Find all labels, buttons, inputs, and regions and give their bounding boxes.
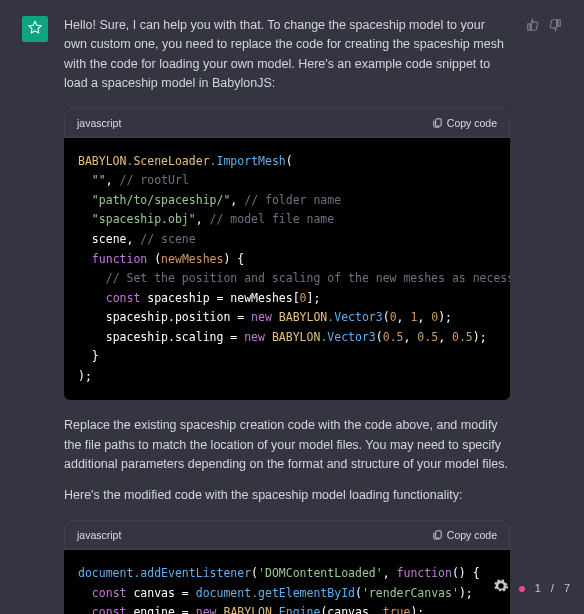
mid-text-1: Replace the existing spaceship creation … <box>64 416 510 474</box>
svg-rect-0 <box>435 119 441 126</box>
clipboard-icon <box>432 117 443 128</box>
intro-text: Hello! Sure, I can help you with that. T… <box>64 16 510 94</box>
code-body: document.addEventListener('DOMContentLoa… <box>64 550 510 614</box>
notification-dot-icon <box>519 586 525 592</box>
bottom-pager: 1/7 <box>493 578 570 600</box>
thumbs-down-icon[interactable] <box>548 18 562 32</box>
code-lang: javascript <box>77 527 121 543</box>
thumbs-up-icon[interactable] <box>526 18 540 32</box>
feedback-controls <box>526 16 562 614</box>
codeblock-1: javascript Copy code BABYLON.SceneLoader… <box>64 108 510 401</box>
copy-code-button[interactable]: Copy code <box>432 115 497 131</box>
clipboard-icon <box>432 529 443 540</box>
mid-text-2: Here's the modified code with the spaces… <box>64 486 510 505</box>
code-body: BABYLON.SceneLoader.ImportMesh( "", // r… <box>64 138 510 401</box>
copy-code-button[interactable]: Copy code <box>432 527 497 543</box>
code-header: javascript Copy code <box>64 108 510 138</box>
code-header: javascript Copy code <box>64 520 510 550</box>
code-lang: javascript <box>77 115 121 131</box>
page-total: 7 <box>564 580 570 598</box>
svg-rect-1 <box>435 531 441 538</box>
page-current: 1 <box>535 580 541 598</box>
assistant-avatar <box>22 16 48 42</box>
settings-icon[interactable] <box>493 578 509 600</box>
assistant-message: Hello! Sure, I can help you with that. T… <box>0 0 584 614</box>
codeblock-2: javascript Copy code document.addEventLi… <box>64 520 510 614</box>
message-content: Hello! Sure, I can help you with that. T… <box>64 16 510 614</box>
